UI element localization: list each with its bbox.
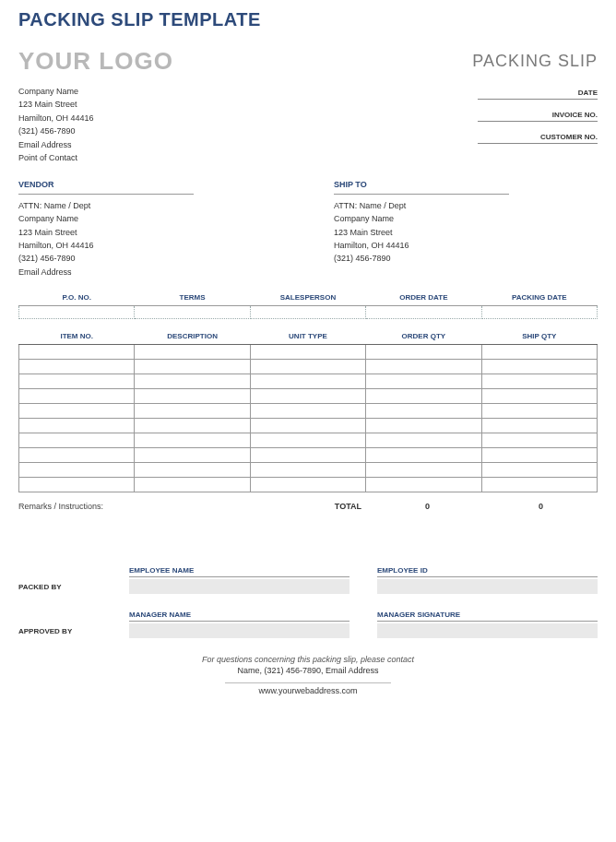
ship-to-column: SHIP TO ATTN: Name / Dept Company Name 1… (308, 178, 598, 279)
item-cell[interactable] (250, 404, 365, 419)
item-cell[interactable] (250, 389, 365, 404)
item-row (19, 345, 598, 360)
ship-to-heading: SHIP TO (334, 178, 509, 194)
vendor-ship-row: VENDOR ATTN: Name / Dept Company Name 12… (18, 178, 598, 279)
approved-by-block: APPROVED BY MANAGER NAME MANAGER SIGNATU… (18, 611, 598, 638)
items-header-item-no: ITEM NO. (19, 328, 135, 345)
manager-name-field: MANAGER NAME (129, 611, 349, 638)
item-cell[interactable] (19, 448, 135, 463)
employee-name-heading: EMPLOYEE NAME (129, 566, 349, 577)
approved-by-label: APPROVED BY (18, 627, 129, 638)
item-cell[interactable] (19, 389, 135, 404)
item-cell[interactable] (135, 404, 250, 419)
item-cell[interactable] (366, 478, 481, 492)
meta-invoice-label: INVOICE NO. (478, 107, 598, 122)
item-row (19, 360, 598, 374)
item-cell[interactable] (135, 463, 250, 478)
item-cell[interactable] (250, 463, 365, 478)
item-row (19, 404, 598, 419)
items-header-order-qty: ORDER QTY (366, 328, 481, 345)
manager-signature-heading: MANAGER SIGNATURE (377, 611, 598, 622)
item-cell[interactable] (250, 419, 365, 433)
item-cell[interactable] (250, 374, 365, 389)
footer-questions-line: For questions concerning this packing sl… (18, 655, 598, 664)
item-cell[interactable] (366, 345, 481, 360)
employee-id-input[interactable] (377, 579, 598, 594)
ship-company: Company Name (334, 212, 598, 225)
item-cell[interactable] (135, 448, 250, 463)
item-cell[interactable] (250, 345, 365, 360)
vendor-heading: VENDOR (18, 178, 194, 194)
packed-by-block: PACKED BY EMPLOYEE NAME EMPLOYEE ID (18, 566, 598, 594)
manager-signature-field: MANAGER SIGNATURE (377, 611, 598, 638)
item-cell[interactable] (481, 463, 597, 478)
company-meta-row: Company Name 123 Main Street Hamilton, O… (18, 85, 598, 164)
item-cell[interactable] (366, 463, 481, 478)
employee-name-input[interactable] (129, 579, 349, 594)
item-row (19, 463, 598, 478)
item-cell[interactable] (481, 419, 597, 433)
item-cell[interactable] (135, 360, 250, 374)
item-cell[interactable] (250, 433, 365, 448)
company-street: 123 Main Street (18, 98, 94, 111)
item-cell[interactable] (19, 345, 135, 360)
item-cell[interactable] (135, 419, 250, 433)
item-cell[interactable] (135, 374, 250, 389)
total-order-qty: 0 (371, 502, 484, 511)
employee-id-heading: EMPLOYEE ID (377, 566, 598, 577)
manager-signature-input[interactable] (377, 623, 598, 638)
item-cell[interactable] (19, 433, 135, 448)
item-cell[interactable] (19, 419, 135, 433)
item-cell[interactable] (481, 478, 597, 492)
item-cell[interactable] (366, 404, 481, 419)
items-header-ship-qty: SHIP QTY (481, 328, 597, 345)
item-cell[interactable] (250, 448, 365, 463)
company-contact: Point of Contact (18, 151, 94, 164)
item-cell[interactable] (135, 389, 250, 404)
order-date-cell[interactable] (366, 306, 481, 319)
item-cell[interactable] (135, 345, 250, 360)
item-cell[interactable] (481, 404, 597, 419)
item-cell[interactable] (366, 374, 481, 389)
item-cell[interactable] (250, 360, 365, 374)
po-header-order-date: ORDER DATE (366, 290, 481, 306)
item-cell[interactable] (366, 360, 481, 374)
item-cell[interactable] (366, 433, 481, 448)
total-label: TOTAL (256, 502, 371, 511)
remarks-label: Remarks / Instructions: (18, 502, 256, 511)
footer-web-address: www.yourwebaddress.com (225, 682, 391, 695)
totals-row: Remarks / Instructions: TOTAL 0 0 (18, 502, 598, 511)
vendor-column: VENDOR ATTN: Name / Dept Company Name 12… (18, 178, 308, 279)
item-cell[interactable] (135, 478, 250, 492)
company-block: Company Name 123 Main Street Hamilton, O… (18, 85, 94, 164)
item-cell[interactable] (19, 360, 135, 374)
employee-name-field: EMPLOYEE NAME (129, 566, 349, 594)
item-cell[interactable] (135, 433, 250, 448)
salesperson-cell[interactable] (250, 306, 365, 319)
po-header-packing-date: PACKING DATE (481, 290, 597, 306)
item-cell[interactable] (19, 404, 135, 419)
item-cell[interactable] (19, 463, 135, 478)
item-row (19, 448, 598, 463)
ship-attn: ATTN: Name / Dept (334, 199, 598, 212)
item-cell[interactable] (19, 374, 135, 389)
item-cell[interactable] (366, 419, 481, 433)
terms-cell[interactable] (135, 306, 250, 319)
packing-date-cell[interactable] (481, 306, 597, 319)
item-cell[interactable] (481, 360, 597, 374)
item-cell[interactable] (481, 433, 597, 448)
ship-phone: (321) 456-7890 (334, 252, 598, 265)
item-cell[interactable] (481, 389, 597, 404)
manager-name-input[interactable] (129, 623, 349, 638)
item-cell[interactable] (481, 345, 597, 360)
item-cell[interactable] (481, 374, 597, 389)
item-cell[interactable] (250, 478, 365, 492)
item-cell[interactable] (366, 448, 481, 463)
item-cell[interactable] (481, 448, 597, 463)
employee-id-field: EMPLOYEE ID (377, 566, 598, 594)
item-cell[interactable] (366, 389, 481, 404)
item-cell[interactable] (19, 478, 135, 492)
po-no-cell[interactable] (19, 306, 135, 319)
company-name: Company Name (18, 85, 94, 98)
item-row (19, 433, 598, 448)
